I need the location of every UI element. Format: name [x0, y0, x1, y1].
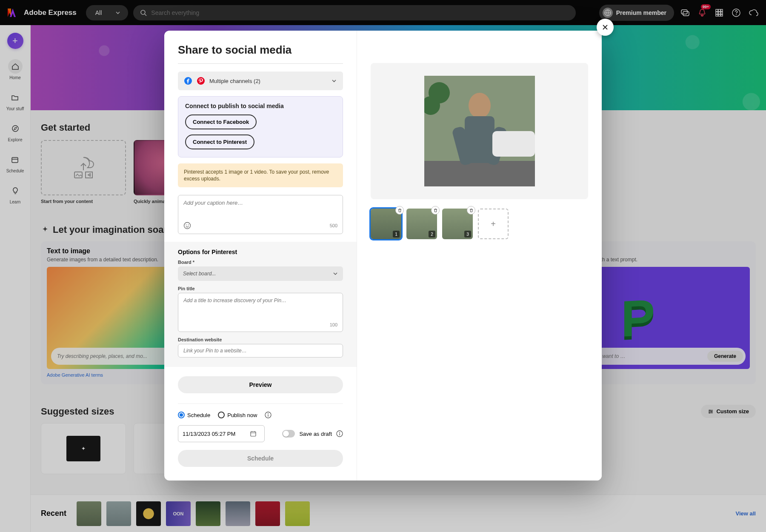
chevron-down-icon — [331, 78, 337, 84]
svg-point-24 — [186, 225, 187, 226]
schedule-detail-row: Save as draft — [178, 425, 343, 442]
trash-icon — [469, 208, 474, 213]
pin-title-label: Pin title — [178, 286, 343, 291]
divider — [178, 63, 343, 64]
post-preview-frame — [371, 63, 588, 199]
trash-icon — [397, 208, 402, 213]
datetime-value[interactable] — [183, 431, 246, 437]
save-draft-label: Save as draft — [299, 431, 332, 437]
connect-facebook-button[interactable]: Connect to Facebook — [185, 114, 257, 129]
close-button[interactable] — [597, 19, 614, 36]
facebook-icon — [184, 77, 192, 85]
destination-website-label: Destination website — [178, 337, 343, 342]
close-icon — [602, 24, 609, 31]
channels-label: Multiple channels (2) — [209, 78, 260, 84]
publish-now-radio[interactable]: Publish now — [218, 412, 257, 418]
calendar-icon — [250, 430, 257, 437]
schedule-radio[interactable]: Schedule — [178, 412, 210, 418]
delete-thumb-button[interactable] — [467, 206, 475, 215]
svg-point-27 — [268, 413, 269, 414]
board-select-placeholder: Select board... — [183, 271, 216, 277]
info-icon[interactable] — [336, 430, 343, 437]
caption-textarea[interactable] — [183, 200, 337, 222]
destination-website-input[interactable] — [178, 344, 343, 358]
connect-pinterest-button[interactable]: Connect to Pinterest — [185, 134, 254, 149]
radio-icon — [178, 412, 185, 418]
pinterest-warning: Pinterest accepts 1 image or 1 video. To… — [178, 163, 343, 187]
preview-thumb[interactable]: 2 — [406, 209, 437, 239]
svg-point-25 — [188, 225, 189, 226]
add-thumb-button[interactable]: + — [478, 209, 509, 239]
svg-point-23 — [184, 223, 191, 229]
svg-point-22 — [197, 77, 205, 85]
preview-button[interactable]: Preview — [178, 376, 343, 393]
board-label: Board * — [178, 260, 343, 265]
delete-thumb-button[interactable] — [431, 206, 440, 215]
info-icon[interactable] — [265, 412, 272, 418]
svg-rect-28 — [251, 432, 256, 436]
delete-thumb-button[interactable] — [395, 206, 404, 215]
channels-dropdown[interactable]: Multiple channels (2) — [178, 72, 343, 90]
pinterest-options-section: Options for Pinterest Board * Select boa… — [164, 242, 357, 367]
pinterest-options-heading: Options for Pinterest — [178, 249, 343, 255]
modal-overlay: Share to social media Multiple channels … — [0, 0, 766, 532]
chevron-down-icon — [333, 271, 338, 276]
preview-thumb[interactable]: 1 — [371, 209, 401, 239]
modal-right-panel: 1 2 3 + — [357, 31, 602, 481]
modal-title: Share to social media — [178, 43, 343, 57]
radio-icon — [218, 412, 225, 418]
timing-radio-row: Schedule Publish now — [178, 403, 343, 418]
svg-point-34 — [469, 93, 491, 118]
pin-title-field: 100 — [178, 293, 343, 332]
save-as-draft-row: Save as draft — [282, 430, 343, 438]
svg-point-30 — [339, 432, 340, 433]
board-select[interactable]: Select board... — [178, 266, 343, 281]
preview-thumbs-row: 1 2 3 + — [371, 209, 588, 239]
connect-accounts-box: Connect to publish to social media Conne… — [178, 96, 343, 157]
trash-icon — [433, 208, 438, 213]
caption-field: 500 — [178, 195, 343, 234]
thumb-index: 3 — [464, 231, 471, 237]
svg-rect-33 — [424, 161, 535, 186]
radio-label: Publish now — [227, 412, 257, 418]
post-preview-image — [424, 76, 535, 186]
share-modal: Share to social media Multiple channels … — [164, 31, 602, 481]
thumb-index: 2 — [429, 231, 435, 237]
pinterest-icon — [197, 77, 205, 85]
schedule-submit-button[interactable]: Schedule — [178, 450, 343, 467]
smiley-icon — [183, 222, 191, 229]
pin-title-textarea[interactable] — [183, 297, 337, 322]
caption-char-count: 500 — [330, 223, 337, 228]
datetime-input[interactable] — [178, 425, 265, 442]
preview-thumb[interactable]: 3 — [442, 209, 473, 239]
modal-left-panel: Share to social media Multiple channels … — [164, 31, 357, 481]
thumb-index: 1 — [393, 231, 400, 237]
pin-title-char-count: 100 — [330, 322, 337, 327]
radio-label: Schedule — [187, 412, 210, 418]
save-draft-toggle[interactable] — [282, 430, 295, 438]
svg-rect-38 — [492, 131, 535, 157]
connect-heading: Connect to publish to social media — [185, 103, 336, 109]
emoji-picker-button[interactable] — [183, 222, 191, 229]
